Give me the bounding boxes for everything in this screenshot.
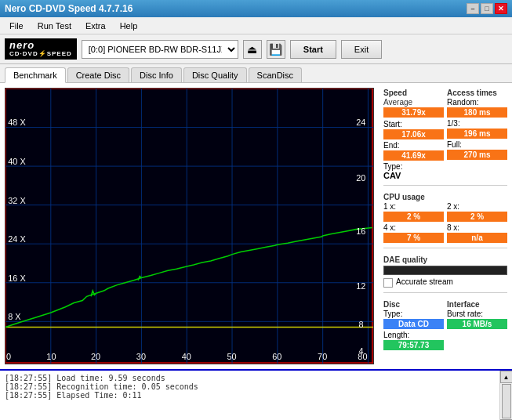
speed-header: Speed <box>383 89 444 97</box>
interface-section: Interface Burst rate: 16 MB/s <box>447 298 507 350</box>
svg-text:50: 50 <box>227 352 236 361</box>
svg-text:20: 20 <box>91 352 100 361</box>
full-label: Full: <box>447 140 507 149</box>
window-controls: – □ ✕ <box>467 3 507 14</box>
disc-interface-section: Disc Type: Data CD Length: 79:57.73 Inte… <box>383 298 507 350</box>
disc-header: Disc <box>383 300 444 309</box>
random-label: Random: <box>447 98 507 107</box>
accurate-stream-checkbox[interactable] <box>383 278 393 288</box>
log-content: [18:27:55] Load time: 9.59 seconds [18:2… <box>0 371 499 420</box>
svg-text:16: 16 <box>356 226 365 236</box>
speed-section: Speed Average 31.79x Start: 17.06x End: … <box>383 86 444 180</box>
cpu-header: CPU usage <box>383 193 507 201</box>
drive-selector[interactable]: [0:0] PIONEER BD-RW BDR-S11JX 1.02 <box>82 40 238 59</box>
full-value: 270 ms <box>447 150 507 160</box>
cpu-4x-value: 7 % <box>383 233 444 243</box>
log-line-2: [18:27:55] Recognition time: 0.05 second… <box>5 382 495 391</box>
speed-type-value: CAV <box>383 171 444 180</box>
tab-disc-quality[interactable]: Disc Quality <box>183 67 247 82</box>
svg-text:30: 30 <box>136 352 146 361</box>
menu-bar: File Run Test Extra Help <box>0 17 512 34</box>
app-title: Nero CD-DVD Speed 4.7.7.16 <box>5 3 133 14</box>
svg-rect-0 <box>5 89 373 364</box>
svg-text:20: 20 <box>356 173 365 183</box>
access-header: Access times <box>447 89 507 97</box>
menu-extra[interactable]: Extra <box>79 20 112 32</box>
one-third-label: 1/3: <box>447 119 507 128</box>
save-icon[interactable]: 💾 <box>267 40 285 59</box>
cpu-2x-label: 2 x: <box>447 202 507 211</box>
tab-bar: Benchmark Create Disc Disc Info Disc Qua… <box>0 64 512 83</box>
cpu-8x-label: 8 x: <box>447 223 507 232</box>
burst-rate-label: Burst rate: <box>447 310 507 318</box>
cpu-2x-value: 2 % <box>447 212 507 222</box>
dae-header: DAE quality <box>383 255 507 264</box>
svg-text:8: 8 <box>358 320 363 329</box>
title-bar: Nero CD-DVD Speed 4.7.7.16 – □ ✕ <box>0 0 512 17</box>
disc-length-value: 79:57.73 <box>383 340 444 350</box>
cpu-1x-label: 1 x: <box>383 202 444 211</box>
tab-scan-disc[interactable]: ScanDisc <box>249 67 302 82</box>
close-button[interactable]: ✕ <box>495 3 507 14</box>
svg-text:24: 24 <box>356 118 365 128</box>
right-panel: Speed Average 31.79x Start: 17.06x End: … <box>379 83 512 369</box>
accurate-stream-label: Accurate stream <box>396 277 453 287</box>
menu-file[interactable]: File <box>3 20 30 32</box>
svg-text:60: 60 <box>272 352 281 361</box>
disc-length-label: Length: <box>383 331 444 339</box>
log-line-3: [18:27:55] Elapsed Time: 0:11 <box>5 391 495 400</box>
speed-end-value: 41.69x <box>383 150 444 161</box>
toolbar: nero CD·DVD⚡SPEED [0:0] PIONEER BD-RW BD… <box>0 34 512 64</box>
tab-benchmark[interactable]: Benchmark <box>5 67 66 83</box>
svg-text:32 X: 32 X <box>8 196 25 205</box>
svg-text:0: 0 <box>6 352 11 361</box>
svg-text:40: 40 <box>182 352 191 361</box>
speed-start-value: 17.06x <box>383 129 444 139</box>
disc-type-label: Type: <box>383 310 444 318</box>
eject-icon[interactable]: ⏏ <box>243 40 262 59</box>
svg-text:10: 10 <box>46 352 56 361</box>
minimize-button[interactable]: – <box>467 3 479 14</box>
log-line-1: [18:27:55] Load time: 9.59 seconds <box>5 374 495 382</box>
svg-text:80: 80 <box>358 352 367 361</box>
access-times-section: Access times Random: 180 ms 1/3: 196 ms … <box>447 86 507 180</box>
tab-create-disc[interactable]: Create Disc <box>67 67 129 82</box>
maximize-button[interactable]: □ <box>481 3 493 14</box>
log-area: [18:27:55] Load time: 9.59 seconds [18:2… <box>0 369 512 420</box>
interface-header: Interface <box>447 300 507 309</box>
cpu-section: CPU usage 1 x: 2 % 4 x: 7 % 2 x: 2 % 8 x… <box>383 190 507 243</box>
svg-text:16 X: 16 X <box>8 273 25 283</box>
svg-text:8 X: 8 X <box>8 313 20 322</box>
scroll-up-button[interactable]: ▲ <box>500 371 513 383</box>
disc-section: Disc Type: Data CD Length: 79:57.73 <box>383 298 444 350</box>
svg-text:12: 12 <box>356 281 365 291</box>
cpu-8x-value: n/a <box>447 233 507 243</box>
nero-subtitle: CD·DVD⚡SPEED <box>9 51 72 58</box>
random-value: 180 ms <box>447 107 507 118</box>
speed-end-label: End: <box>383 141 444 150</box>
log-scrollbar: ▲ ▼ <box>499 371 512 420</box>
cpu-4x-label: 4 x: <box>383 223 444 232</box>
cpu-1x-value: 2 % <box>383 212 444 222</box>
disc-type-value: Data CD <box>383 319 444 329</box>
scroll-thumb[interactable] <box>502 384 511 418</box>
main-content: 48 X 40 X 32 X 24 X 16 X 8 X 24 20 16 12… <box>0 83 512 369</box>
svg-text:48 X: 48 X <box>8 118 25 128</box>
speed-average-label: Average <box>383 98 444 107</box>
one-third-value: 196 ms <box>447 129 507 139</box>
dae-quality-bar <box>383 266 507 275</box>
speed-start-label: Start: <box>383 120 444 129</box>
svg-text:24 X: 24 X <box>8 234 25 244</box>
exit-button[interactable]: Exit <box>341 40 382 59</box>
burst-rate-value: 16 MB/s <box>447 319 507 329</box>
tab-disc-info[interactable]: Disc Info <box>131 67 182 82</box>
svg-text:40 X: 40 X <box>8 157 25 166</box>
start-button[interactable]: Start <box>290 40 336 59</box>
nero-logo: nero CD·DVD⚡SPEED <box>5 38 77 60</box>
speed-average-value: 31.79x <box>383 107 444 118</box>
menu-help[interactable]: Help <box>114 20 144 32</box>
chart-area: 48 X 40 X 32 X 24 X 16 X 8 X 24 20 16 12… <box>5 88 374 364</box>
dae-section: DAE quality Accurate stream <box>383 253 507 288</box>
svg-text:70: 70 <box>318 352 327 361</box>
menu-run-test[interactable]: Run Test <box>31 20 78 32</box>
